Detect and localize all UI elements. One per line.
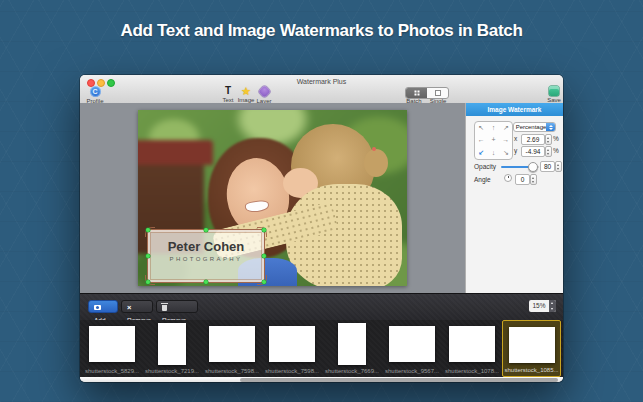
unit-dropdown[interactable]: Percentage [513, 122, 556, 132]
thumbnail-image [209, 326, 255, 362]
align-right-button[interactable]: → [500, 134, 512, 146]
thumbnail-item[interactable]: shutterstock_7598... [262, 320, 322, 377]
zoom-stepper-icon [549, 300, 556, 312]
watermark-name-text: Peter Cohen [148, 240, 264, 254]
preview-canvas: Peter Cohen PHOTOGRAPHY [80, 103, 465, 293]
opacity-input[interactable] [540, 161, 555, 172]
batch-mode-button[interactable] [406, 88, 427, 98]
app-window: Watermark Plus C Profile T Text ★ Image … [80, 75, 563, 382]
thumbnail-image [269, 326, 315, 362]
thumbnail-image [449, 326, 495, 362]
remove-button[interactable]: ×Remove [121, 300, 153, 313]
layer-icon [254, 87, 274, 97]
single-square-icon [435, 90, 441, 96]
thumbnail-label: shutterstock_7598... [262, 368, 322, 374]
selection-handle[interactable] [262, 254, 266, 258]
dropdown-arrows-icon [546, 123, 555, 131]
remove-all-button[interactable]: Remove All [156, 300, 198, 313]
preview-photo[interactable]: Peter Cohen PHOTOGRAPHY [138, 110, 407, 286]
layer-button[interactable]: Layer [254, 86, 274, 104]
banner-title: Add Text and Image Watermarks to Photos … [0, 21, 643, 41]
thumbnail-label: shutterstock_7598... [202, 368, 262, 374]
batch-grid-icon [414, 91, 419, 96]
thumbnail-image [158, 323, 186, 365]
save-button[interactable]: Save [546, 86, 562, 103]
single-mode-button[interactable] [427, 88, 448, 98]
thumbnail-item[interactable]: shutterstock_7669... [322, 320, 382, 377]
thumbnail-image [338, 323, 366, 365]
align-bottom-left-button[interactable]: ↙ [475, 147, 487, 159]
thumbnail-image [89, 326, 135, 362]
photo-hair-tie [372, 147, 376, 151]
inspector-title: Image Watermark [466, 103, 563, 116]
opacity-label: Opacity [474, 163, 496, 170]
thumbnail-item[interactable]: shutterstock_1078... [442, 320, 502, 377]
angle-label: Angle [474, 176, 491, 183]
y-stepper[interactable] [545, 146, 552, 157]
selection-handle[interactable] [146, 228, 150, 232]
watermark-subtitle-text: PHOTOGRAPHY [148, 256, 264, 262]
selection-handle[interactable] [204, 228, 208, 232]
profile-icon: C [90, 86, 101, 97]
thumbnail-item[interactable]: shutterstock_7219... [142, 320, 202, 377]
align-top-button[interactable]: ↑ [487, 122, 499, 134]
text-watermark-button[interactable]: T Text [219, 86, 237, 103]
angle-input[interactable] [515, 174, 530, 185]
thumbnail-item[interactable]: shutterstock_7598... [202, 320, 262, 377]
text-tool-icon: T [219, 86, 237, 96]
align-top-left-button[interactable]: ↖ [475, 122, 487, 134]
selection-handle[interactable] [204, 280, 208, 284]
trash-icon [162, 305, 167, 311]
y-input[interactable] [521, 146, 545, 157]
align-bottom-button[interactable]: ↓ [487, 147, 499, 159]
window-title: Watermark Plus [80, 78, 563, 85]
save-icon [549, 86, 559, 96]
inspector-panel: Image Watermark ↖ ↑ ↗ ← + → ↙ ↓ ↘ Percen… [465, 103, 563, 293]
photo-roof [138, 140, 213, 165]
thumbnail-label: shutterstock_7219... [142, 368, 202, 374]
watermark-overlay[interactable]: Peter Cohen PHOTOGRAPHY [147, 229, 265, 283]
opacity-stepper[interactable] [555, 161, 562, 172]
selection-handle[interactable] [146, 280, 150, 284]
thumbnail-item[interactable]: shutterstock_5829... [82, 320, 142, 377]
align-top-right-button[interactable]: ↗ [500, 122, 512, 134]
opacity-slider-thumb[interactable] [528, 162, 538, 172]
y-unit: % [553, 147, 559, 154]
thumbnail-image [389, 326, 435, 362]
thumbnail-label: shutterstock_5829... [82, 368, 142, 374]
thumbnail-item[interactable]: shutterstock_9567... [382, 320, 442, 377]
photo-pigtail [364, 149, 388, 177]
x-input[interactable] [521, 134, 545, 145]
add-button[interactable]: Add [88, 300, 118, 313]
thumbnail-image [509, 327, 555, 363]
align-bottom-right-button[interactable]: ↘ [500, 147, 512, 159]
selection-handle[interactable] [146, 254, 150, 258]
x-label: x [514, 135, 517, 142]
title-bar: Watermark Plus C Profile T Text ★ Image … [80, 75, 563, 104]
angle-stepper[interactable] [530, 174, 537, 185]
batch-toolbar: Add ×Remove Remove All 15% [80, 293, 563, 320]
x-stepper[interactable] [545, 134, 552, 145]
scrollbar-thumb[interactable] [240, 378, 558, 382]
selection-handle[interactable] [262, 228, 266, 232]
thumbnail-strip: shutterstock_5829... shutterstock_7219..… [80, 320, 563, 377]
thumbnail-label: shutterstock_1078... [442, 368, 502, 374]
zoom-value: 15% [532, 302, 545, 309]
profile-button[interactable]: C Profile [83, 86, 107, 104]
thumbnail-label: shutterstock_7669... [322, 368, 382, 374]
angle-dial[interactable] [504, 174, 512, 182]
selection-handle[interactable] [262, 280, 266, 284]
thumbnail-label: shutterstock_9567... [382, 368, 442, 374]
thumbnail-zoom-control[interactable]: 15% [529, 300, 556, 312]
y-label: y [514, 147, 517, 154]
image-tool-icon: ★ [236, 86, 256, 96]
unit-dropdown-value: Percentage [514, 123, 548, 132]
thumbnail-label: shutterstock_1085... [503, 367, 560, 373]
image-watermark-button[interactable]: ★ Image [236, 86, 256, 103]
align-center-button[interactable]: + [487, 134, 499, 146]
thumbnail-item-selected[interactable]: shutterstock_1085... [502, 320, 561, 377]
x-unit: % [553, 135, 559, 142]
horizontal-scrollbar[interactable] [80, 377, 563, 382]
x-icon: × [127, 301, 131, 314]
align-left-button[interactable]: ← [475, 134, 487, 146]
